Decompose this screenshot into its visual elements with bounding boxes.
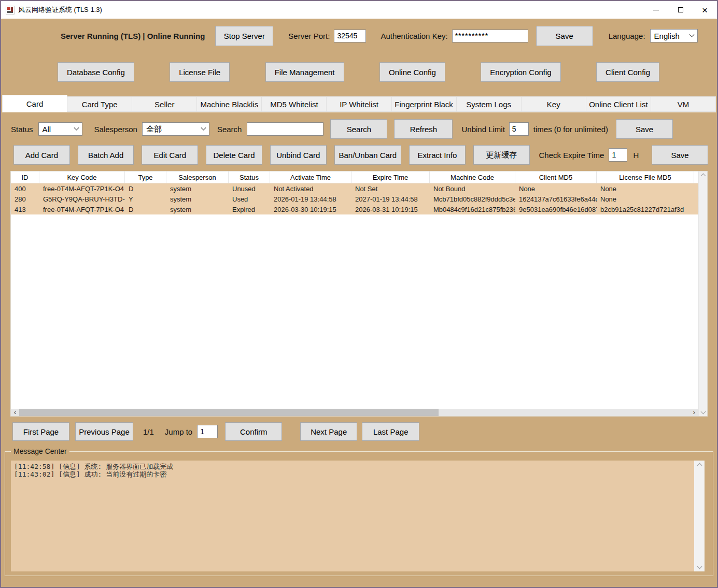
column-header-activate-time[interactable]: Activate Time [270,171,351,183]
column-header-status[interactable]: Status [229,171,270,183]
cell-activate-time: 2026-03-30 10:19:15 [270,204,351,214]
cell-extra: N [694,204,698,214]
cell-client-md5: 1624137a7c61633fe6a44d73 [515,194,597,204]
column-header-license-md5[interactable]: License File MD5 [597,171,694,183]
refresh-button[interactable]: Refresh [394,119,453,139]
cell-machine-code: Mb0484c9f16d21c875fb236 [430,204,515,214]
cell-license-md5: None [597,194,694,204]
database-config-button[interactable]: Database Config [58,62,134,82]
cell-activate-time: Not Activated [270,183,351,194]
window-controls: × [644,1,717,19]
delete-card-button[interactable]: Delete Card [206,145,262,165]
tab-seller[interactable]: Seller [132,96,197,112]
next-page-button[interactable]: Next Page [300,422,357,441]
column-header-machine-code[interactable]: Machine Code [430,171,515,183]
stop-server-button[interactable]: Stop Server [215,26,273,46]
auth-key-input[interactable] [452,30,528,42]
cell-id: 280 [11,194,39,204]
table-vscrollbar[interactable] [698,171,707,416]
tab-ip-whitelist[interactable]: IP Whitelist [327,96,391,112]
minimize-button[interactable] [644,1,668,19]
table-row[interactable]: 280 G5RQ-Y9QA-BRUY-H3TD- Y system Used 2… [11,194,698,204]
language-select[interactable]: English [650,29,698,42]
tab-online-client-list[interactable]: Online Client List [586,96,651,112]
tab-vm[interactable]: VM [651,96,716,112]
client-config-button[interactable]: Client Config [596,62,659,82]
status-filter-value: All [43,125,51,134]
ban-unban-card-button[interactable]: Ban/Unban Card [334,145,401,165]
server-port-label: Server Port: [288,32,330,40]
column-header-extra[interactable] [694,171,698,183]
unbind-card-button[interactable]: Unbind Card [270,145,327,165]
column-header-salesperson[interactable]: Salesperson [166,171,229,183]
cell-type: D [125,204,166,214]
table-row[interactable]: 400 free-0T4M-AFQT-7P1K-O4 D system Unus… [11,183,698,194]
card-table: ID Key Code Type Salesperson Status Acti… [10,171,708,417]
cell-machine-code: Not Bound [430,183,515,194]
scroll-down-icon[interactable] [700,409,706,414]
tab-card-type[interactable]: Card Type [67,96,132,112]
tab-md5-whitelist[interactable]: MD5 Whitelist [262,96,327,112]
table-header: ID Key Code Type Salesperson Status Acti… [11,171,698,183]
update-cache-button[interactable]: 更新缓存 [473,145,530,165]
license-file-button[interactable]: License File [170,62,230,82]
edit-card-button[interactable]: Edit Card [142,145,198,165]
encryption-config-button[interactable]: Encryption Config [481,62,560,82]
card-tab-panel: Status All Salesperson 全部 Search Search … [2,112,716,441]
save-expire-button[interactable]: Save [652,145,708,165]
scroll-up-icon[interactable] [697,463,702,468]
maximize-button[interactable] [668,1,693,19]
cell-status: Unused [229,183,270,194]
tab-card[interactable]: Card [2,95,67,112]
scroll-right-icon[interactable]: › [690,409,698,416]
hscrollbar-thumb[interactable] [19,409,439,416]
online-config-button[interactable]: Online Config [379,62,445,82]
tab-key[interactable]: Key [522,96,586,112]
status-filter-select[interactable]: All [38,122,82,136]
log-line: [11:42:58] [信息] 系统: 服务器界面已加载完成 [14,463,694,470]
column-header-type[interactable]: Type [125,171,166,183]
confirm-page-button[interactable]: Confirm [225,422,282,441]
tab-fingerprint-blacklist[interactable]: Fingerprint Black [392,96,457,112]
unbind-limit-suffix: times (0 for unlimited) [533,125,608,134]
column-header-client-md5[interactable]: Client MD5 [515,171,597,183]
file-management-button[interactable]: File Management [265,62,344,82]
add-card-button[interactable]: Add Card [13,145,70,165]
first-page-button[interactable]: First Page [12,422,69,441]
column-header-key-code[interactable]: Key Code [39,171,125,183]
cell-key-code: free-0T4M-AFQT-7P1K-O4 [39,204,125,214]
column-header-expire-time[interactable]: Expire Time [351,171,430,183]
cell-type: D [125,183,166,194]
search-button[interactable]: Search [330,119,387,139]
extract-info-button[interactable]: Extract Info [409,145,466,165]
table-hscrollbar[interactable]: ‹ › [11,409,698,416]
check-expire-input[interactable] [609,148,627,162]
cell-status: Used [229,194,270,204]
unbind-limit-input[interactable] [509,122,529,136]
jump-to-input[interactable] [197,425,218,438]
message-log-vscrollbar[interactable] [694,461,705,571]
save-unbind-limit-button[interactable]: Save [616,119,673,139]
cell-extra: N [694,183,698,194]
salesperson-filter-select[interactable]: 全部 [142,122,209,136]
salesperson-filter-label: Salesperson [94,125,137,134]
search-input[interactable] [247,122,323,136]
column-header-id[interactable]: ID [11,171,39,183]
table-row[interactable]: 413 free-0T4M-AFQT-7P1K-O4 D system Expi… [11,204,698,214]
cell-extra: N [694,194,698,204]
cell-key-code: free-0T4M-AFQT-7P1K-O4 [39,183,125,194]
previous-page-button[interactable]: Previous Page [75,422,133,441]
tab-system-logs[interactable]: System Logs [457,96,522,112]
close-button[interactable]: × [693,1,717,19]
batch-add-button[interactable]: Batch Add [78,145,134,165]
scroll-left-icon[interactable]: ‹ [11,409,19,416]
last-page-button[interactable]: Last Page [362,422,419,441]
scroll-down-icon[interactable] [697,564,702,569]
server-port-input[interactable] [334,30,366,42]
app-icon [6,6,15,15]
unbind-limit-label: Unbind Limit [461,125,504,134]
tabstrip: Card Card Type Seller Machine Blacklis M… [2,95,716,112]
scroll-up-icon[interactable] [700,174,706,179]
tab-machine-blacklist[interactable]: Machine Blacklis [197,96,262,112]
save-auth-button[interactable]: Save [536,26,593,46]
